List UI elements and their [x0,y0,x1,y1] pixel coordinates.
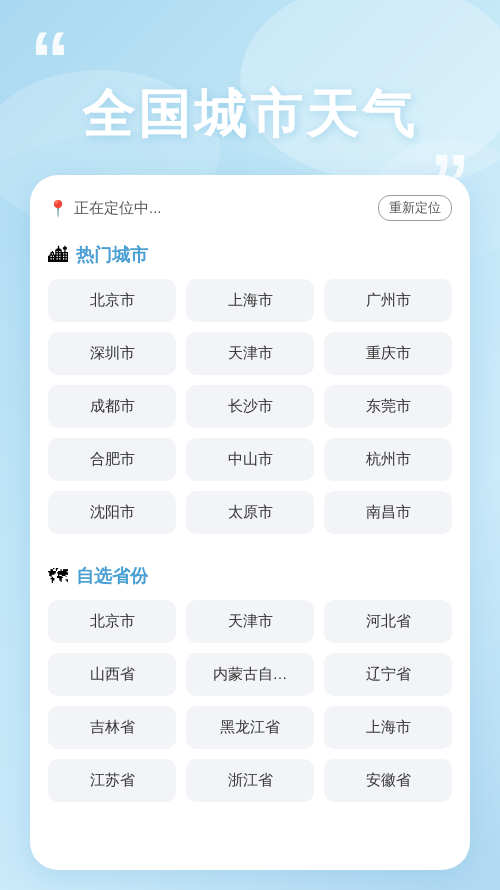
province-grid: 北京市天津市河北省山西省内蒙古自…辽宁省吉林省黑龙江省上海市江苏省浙江省安徽省 [48,600,452,802]
hot-city-button[interactable]: 长沙市 [186,385,314,428]
location-status: 📍 正在定位中... [48,199,162,218]
location-pin-icon: 📍 [48,199,68,218]
hot-section-header: 🏙 热门城市 [48,243,452,267]
province-button[interactable]: 黑龙江省 [186,706,314,749]
hot-city-button[interactable]: 深圳市 [48,332,176,375]
hot-city-button[interactable]: 重庆市 [324,332,452,375]
province-button[interactable]: 河北省 [324,600,452,643]
province-button[interactable]: 安徽省 [324,759,452,802]
province-button[interactable]: 辽宁省 [324,653,452,696]
hot-city-button[interactable]: 太原市 [186,491,314,534]
province-button[interactable]: 吉林省 [48,706,176,749]
province-button[interactable]: 内蒙古自… [186,653,314,696]
province-button[interactable]: 浙江省 [186,759,314,802]
province-button[interactable]: 天津市 [186,600,314,643]
quote-left-icon: “ [30,20,70,100]
map-icon: 🗺 [48,565,68,588]
province-button[interactable]: 山西省 [48,653,176,696]
hot-city-button[interactable]: 天津市 [186,332,314,375]
hot-city-button[interactable]: 东莞市 [324,385,452,428]
hot-city-grid: 北京市上海市广州市深圳市天津市重庆市成都市长沙市东莞市合肥市中山市杭州市沈阳市太… [48,279,452,534]
hot-city-button[interactable]: 广州市 [324,279,452,322]
location-text: 正在定位中... [74,199,162,218]
relocate-button[interactable]: 重新定位 [378,195,452,221]
hot-city-button[interactable]: 杭州市 [324,438,452,481]
hot-city-button[interactable]: 中山市 [186,438,314,481]
phone-card: 📍 正在定位中... 重新定位 🏙 热门城市 北京市上海市广州市深圳市天津市重庆… [30,175,470,870]
hot-city-button[interactable]: 成都市 [48,385,176,428]
province-button[interactable]: 北京市 [48,600,176,643]
header-area: “ 全国城市天气 “ [0,0,500,200]
hot-city-button[interactable]: 合肥市 [48,438,176,481]
hot-section-title: 热门城市 [76,243,148,267]
main-title: 全国城市天气 [82,80,418,150]
province-section-title: 自选省份 [76,564,148,588]
province-button[interactable]: 上海市 [324,706,452,749]
hot-city-button[interactable]: 南昌市 [324,491,452,534]
location-bar: 📍 正在定位中... 重新定位 [48,191,452,225]
hot-city-button[interactable]: 北京市 [48,279,176,322]
province-section-header: 🗺 自选省份 [48,564,452,588]
hot-city-button[interactable]: 上海市 [186,279,314,322]
building-icon: 🏙 [48,244,68,267]
province-button[interactable]: 江苏省 [48,759,176,802]
hot-city-button[interactable]: 沈阳市 [48,491,176,534]
